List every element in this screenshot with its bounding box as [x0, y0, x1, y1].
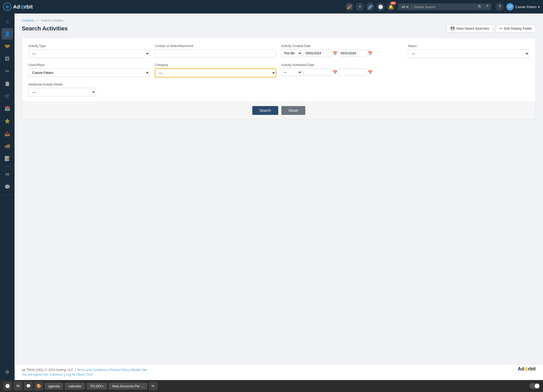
activity-scheduled-label: Activity Scheduled Date	[281, 63, 529, 67]
taskbar-clock-icon[interactable]: 🕐	[3, 382, 12, 390]
reset-button[interactable]: Reset	[281, 106, 306, 115]
activity-created-group: Activity Created Date This Mo 📅 📅	[281, 44, 403, 58]
status-group: Status —	[408, 44, 529, 58]
sidebar-divider	[3, 166, 11, 167]
activity-type-select[interactable]: —	[28, 49, 150, 58]
sidebar-item-contacts[interactable]: 👤	[2, 28, 13, 40]
notification-badge: 99+	[390, 2, 396, 5]
sidebar-item-gallery[interactable]: 🖼	[2, 53, 13, 64]
company-select[interactable]: —	[155, 69, 276, 77]
app-logo[interactable]: ◎ Ad◎rbit	[3, 3, 33, 11]
privacy-link[interactable]: Privacy Policy	[109, 368, 129, 372]
user-dropdown-icon: ▾	[538, 5, 540, 9]
sidebar-item-cart[interactable]: 🛒	[2, 90, 13, 102]
history-icon-btn[interactable]: 🕐	[376, 3, 385, 11]
activity-type-label: Activity Type	[28, 44, 150, 48]
content-area: Contacts » Search Activities Search Acti…	[15, 14, 543, 364]
contact-note-input[interactable]	[155, 49, 276, 57]
sidebar-item-settings[interactable]: ⚙	[2, 367, 13, 378]
date-from-input[interactable]	[303, 50, 332, 57]
additional-details-label: Additional Activity Details	[28, 83, 96, 86]
taskbar-toggle-knob	[535, 384, 539, 388]
add-icon-btn[interactable]: +	[356, 3, 364, 11]
scheduled-from-input[interactable]	[303, 69, 332, 76]
footer: qa 76044 [182] | © 2024 Aysling, LLC. | …	[15, 364, 543, 380]
scheduled-preset-select[interactable]: —	[281, 68, 302, 76]
contact-note-label: Contact or Note/Attachment	[155, 44, 276, 48]
mic-icon[interactable]: 🎤	[484, 5, 489, 9]
party-icon-btn[interactable]: 🎉	[345, 3, 354, 11]
footer-row-1: qa 76044 [182] | © 2024 Aysling, LLC. | …	[22, 368, 536, 372]
additional-details-select[interactable]: —	[28, 88, 96, 96]
sidebar-item-editor[interactable]: ✏	[2, 66, 13, 77]
sidebar-divider-2	[3, 195, 11, 195]
scheduled-to-input[interactable]	[338, 69, 367, 76]
sidebar-item-docs[interactable]: 📝	[2, 153, 13, 164]
sidebar-item-delivery[interactable]: 🚚	[2, 140, 13, 152]
taskbar-calendar-button[interactable]: calendar	[65, 383, 85, 390]
user-name: Cassie Pataro	[515, 5, 537, 9]
sidebar-item-orders[interactable]: 📋	[2, 78, 13, 89]
terms-link[interactable]: Terms and Conditions	[77, 368, 107, 372]
users-reps-label: Users/Reps	[28, 63, 150, 67]
main-content: Contacts » Search Activities Search Acti…	[15, 14, 543, 380]
form-row-1: Activity Type — Contact or Note/Attachme…	[28, 44, 529, 58]
date-preset-select[interactable]: This Mo	[281, 49, 302, 57]
sidebar-item-email[interactable]: ✉	[2, 169, 13, 180]
sidebar-item-home[interactable]: ⌂	[2, 16, 13, 27]
scheduled-calendar-from-icon[interactable]: 📅	[333, 70, 337, 74]
calendar-from-icon[interactable]: 📅	[333, 51, 337, 55]
taskbar-toggle[interactable]	[529, 383, 540, 389]
signed-in-link[interactable]: You are signed into 3 devices.	[22, 373, 63, 376]
form-row-2: Users/Reps Cassie Pataro Company —	[28, 63, 529, 77]
taskbar-color-icon[interactable]: 🎨	[34, 382, 43, 390]
additional-details-group: Additional Activity Details —	[28, 83, 96, 96]
search-scope-select[interactable]: All	[400, 5, 409, 9]
taskbar-todos-button[interactable]: TO-DO's	[87, 383, 107, 390]
calendar-to-icon[interactable]: 📅	[368, 51, 372, 55]
breadcrumb-parent-link[interactable]: Contacts	[22, 19, 34, 22]
footer-row-2: You are signed into 3 devices. | Log All…	[22, 373, 536, 376]
status-select[interactable]: —	[408, 49, 529, 58]
edit-display-fields-button[interactable]: ✏ Edit Display Fields	[496, 24, 536, 32]
global-search-input[interactable]	[414, 5, 476, 9]
company-label: Company	[155, 63, 276, 67]
footer-logo: Ad◎rbit	[518, 366, 536, 372]
sidebar-item-export[interactable]: 📤	[2, 128, 13, 139]
form-row-3: Additional Activity Details —	[28, 83, 529, 96]
edit-display-label: Edit Display Fields	[504, 27, 532, 30]
link-icon-btn[interactable]: 🔗	[366, 3, 374, 11]
search-icon[interactable]: 🔍	[478, 5, 482, 9]
search-button[interactable]: Search	[252, 106, 278, 115]
app-name: Ad◎rbit	[13, 4, 33, 10]
taskbar-chat-icon[interactable]: 💬	[24, 382, 33, 390]
top-navigation: ◎ Ad◎rbit 🎉 + 🔗 🕐 🔔 99+ All 🔍 🎤 ? CP Cas…	[0, 0, 543, 14]
users-reps-select[interactable]: Cassie Pataro	[28, 68, 150, 77]
notification-icon-btn[interactable]: 🔔 99+	[387, 3, 395, 11]
users-reps-group: Users/Reps Cassie Pataro	[28, 63, 150, 77]
view-saved-label: View Saved Searches	[456, 27, 489, 30]
company-select-wrapper: —	[155, 68, 276, 77]
help-icon-btn[interactable]: ?	[495, 3, 504, 11]
sidebar-item-calendar[interactable]: 📅	[2, 103, 13, 114]
breadcrumb: Contacts » Search Activities	[22, 19, 536, 22]
taskbar-new-accounts-button[interactable]: New Accounts Per ...	[109, 383, 147, 390]
sidebar-item-favorites[interactable]: ⭐	[2, 115, 13, 127]
search-divider	[412, 4, 412, 9]
sidebar-item-chat[interactable]: 💬	[2, 181, 13, 193]
taskbar-email-icon[interactable]: ✉	[14, 382, 22, 390]
view-saved-searches-button[interactable]: 💾 View Saved Searches	[447, 24, 493, 32]
date-to-input[interactable]	[338, 50, 367, 57]
activity-scheduled-date-range: — 📅 📅	[281, 68, 529, 76]
scheduled-calendar-to-icon[interactable]: 📅	[368, 70, 372, 74]
taskbar-agenda-button[interactable]: agenda	[45, 383, 63, 390]
form-actions-bar: Search Reset	[22, 102, 535, 119]
status-label: Status	[408, 44, 529, 48]
taskbar-edit-icon[interactable]: ✏	[149, 382, 158, 390]
user-menu[interactable]: CP Cassie Pataro ▾	[506, 3, 540, 10]
sidebar-item-deals[interactable]: 🤝	[2, 41, 13, 52]
activity-type-group: Activity Type —	[28, 44, 150, 58]
mobile-site-link[interactable]: Mobile Site	[131, 368, 147, 372]
log-out-link[interactable]: Log All Others Out?	[66, 373, 93, 376]
activity-created-date-range: This Mo 📅 📅	[281, 49, 403, 57]
